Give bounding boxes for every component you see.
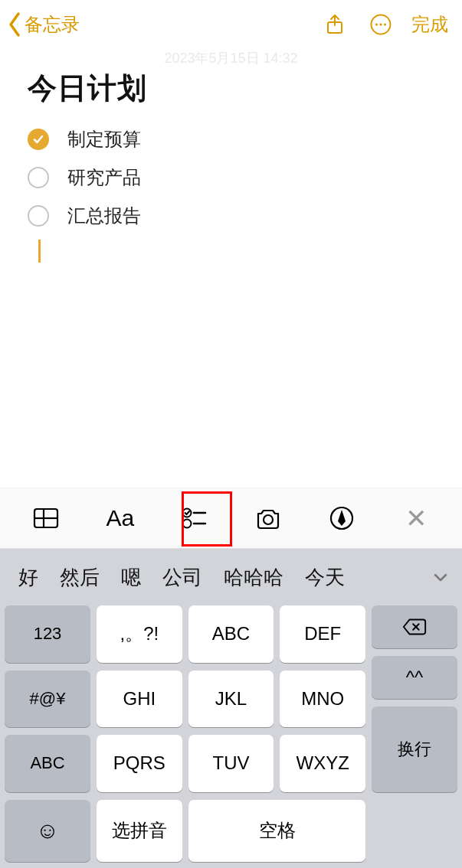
aa-icon: Aa <box>106 505 134 531</box>
checklist-item-text: 研究产品 <box>67 165 141 190</box>
key-return[interactable]: 换行 <box>372 706 457 792</box>
key-abc2[interactable]: ABC <box>188 605 274 663</box>
chevron-down-icon <box>431 568 450 586</box>
navigation-bar: 备忘录 完成 <box>0 0 462 49</box>
candidate-word[interactable]: 今天 <box>294 564 356 591</box>
svg-point-5 <box>384 23 386 25</box>
svg-point-4 <box>379 23 382 25</box>
note-timestamp: 2023年5月15日 14:32 <box>164 51 297 66</box>
note-title[interactable]: 今日计划 <box>28 69 434 108</box>
back-button[interactable]: 备忘录 <box>6 11 80 38</box>
format-toolbar: Aa ✕ <box>0 488 462 549</box>
text-format-button[interactable]: Aa <box>94 497 146 540</box>
key-jkl[interactable]: JKL <box>188 671 274 728</box>
checklist-button[interactable] <box>168 497 220 540</box>
emoji-icon: ☺ <box>36 817 60 844</box>
markup-button[interactable] <box>316 497 368 540</box>
chevron-left-icon <box>6 11 23 38</box>
key-tuv[interactable]: TUV <box>188 735 274 792</box>
svg-point-3 <box>375 23 378 25</box>
key-def[interactable]: DEF <box>280 605 365 663</box>
key-symbols[interactable]: #@¥ <box>5 671 90 728</box>
table-button[interactable] <box>20 497 72 540</box>
key-mno[interactable]: MNO <box>280 671 365 728</box>
svg-point-13 <box>264 515 273 524</box>
keyboard: 好 然后 嗯 公司 哈哈哈 今天 123 #@¥ ABC ,。?! ABC <box>0 549 462 868</box>
done-button[interactable]: 完成 <box>411 12 448 37</box>
table-icon <box>32 504 60 532</box>
candidate-word[interactable]: 好 <box>8 564 49 591</box>
pen-circle-icon <box>328 504 356 532</box>
key-space[interactable]: 空格 <box>188 800 365 862</box>
candidate-word[interactable]: 公司 <box>152 564 213 591</box>
key-pqrs[interactable]: PQRS <box>97 735 182 792</box>
candidate-word[interactable]: 哈哈哈 <box>213 564 294 591</box>
checklist-bullet-checked[interactable] <box>28 129 49 150</box>
candidate-word[interactable]: 然后 <box>49 564 110 591</box>
key-wxyz[interactable]: WXYZ <box>280 735 365 792</box>
candidate-expand-button[interactable] <box>427 563 454 591</box>
key-select-pinyin[interactable]: 选拼音 <box>97 800 182 862</box>
text-cursor <box>38 240 41 263</box>
timestamp-row: 2023年5月15日 14:32 <box>0 49 462 67</box>
key-punct[interactable]: ,。?! <box>97 605 182 663</box>
checklist-item[interactable]: 汇总报告 <box>28 197 434 235</box>
checkmark-icon <box>32 133 44 145</box>
key-abc[interactable]: ABC <box>5 735 90 792</box>
candidate-word[interactable]: 嗯 <box>110 564 152 591</box>
camera-button[interactable] <box>242 497 294 540</box>
checklist-bullet-empty[interactable] <box>28 167 49 188</box>
back-label: 备忘录 <box>25 12 80 37</box>
key-ghi[interactable]: GHI <box>97 671 182 728</box>
share-icon <box>323 13 346 36</box>
note-content[interactable]: 今日计划 制定预算 研究产品 汇总报告 <box>0 67 462 488</box>
svg-point-11 <box>183 520 192 528</box>
checklist-bullet-empty[interactable] <box>28 205 49 227</box>
camera-icon <box>254 504 282 532</box>
checklist-item-text: 制定预算 <box>67 127 141 152</box>
ellipsis-circle-icon <box>369 13 392 36</box>
candidate-bar: 好 然后 嗯 公司 哈哈哈 今天 <box>0 549 462 605</box>
key-emoji[interactable]: ☺ <box>5 800 90 862</box>
key-123[interactable]: 123 <box>5 605 90 663</box>
checklist-item[interactable]: 制定预算 <box>28 120 434 158</box>
checklist-item-text: 汇总报告 <box>67 204 141 228</box>
backspace-icon <box>401 617 428 637</box>
share-button[interactable] <box>312 13 358 36</box>
close-icon: ✕ <box>405 503 427 534</box>
key-face[interactable]: ^^ <box>372 656 457 699</box>
key-backspace[interactable] <box>372 605 457 648</box>
dismiss-toolbar-button[interactable]: ✕ <box>390 497 442 540</box>
checklist-icon <box>180 504 208 532</box>
more-button[interactable] <box>358 13 404 36</box>
checklist-item[interactable]: 研究产品 <box>28 158 434 197</box>
